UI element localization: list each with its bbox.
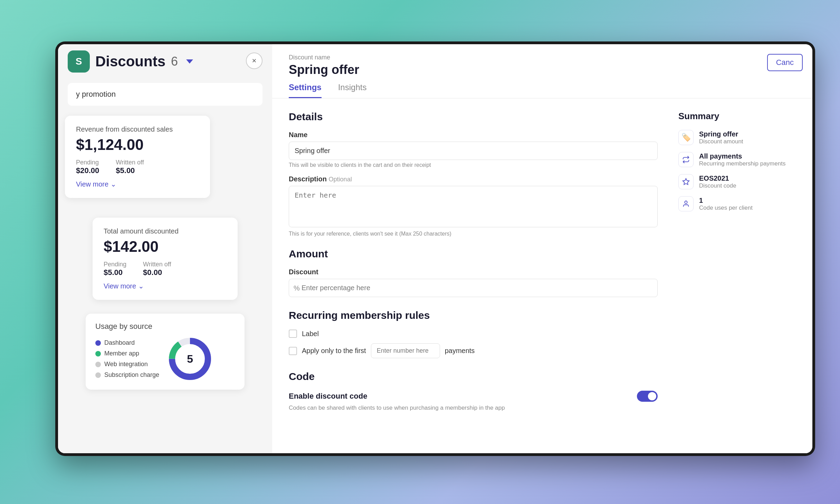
summary-item-eos2021: EOS2021 Discount code <box>678 174 796 189</box>
description-hint: This is for your reference, clients won'… <box>289 231 658 237</box>
summary-uses-sub: Code uses per client <box>699 205 753 211</box>
description-form-group: Description Optional This is for your re… <box>289 175 658 237</box>
discount-input[interactable] <box>289 279 658 297</box>
amount-section: Amount Discount % <box>289 248 658 297</box>
legend-dot-member-app <box>95 351 101 356</box>
apply-checkbox-row: Apply only to the first payments <box>289 343 658 358</box>
summary-item-code-uses-text: 1 Code uses per client <box>699 197 753 211</box>
payments-suffix: payments <box>445 347 475 355</box>
legend-dot-subscription <box>95 372 101 378</box>
revenue-card-2: Total amount discounted $142.00 Pending … <box>93 218 238 300</box>
apply-checkbox-text: Apply only to the first <box>302 347 366 355</box>
legend-dot-web <box>95 362 101 367</box>
percent-prefix-icon: % <box>294 284 300 292</box>
legend-label-subscription: Subscription charge <box>104 371 159 379</box>
toggle-check-icon: ✓ <box>651 393 656 399</box>
discount-name-value: Spring offer <box>289 63 796 77</box>
tab-insights[interactable]: Insights <box>338 83 367 98</box>
summary-spring-sub: Discount amount <box>699 138 743 145</box>
summary-repeat-icon <box>678 152 694 167</box>
summary-heading: Summary <box>678 111 796 122</box>
legend-label-web: Web integration <box>104 361 148 368</box>
revenue-card-2-title: Total amount discounted <box>104 227 227 235</box>
discounts-heading: Discounts <box>95 53 165 70</box>
tablet-frame: S Discounts 6 × y promotion Fun Fridays <box>55 41 815 456</box>
legend-label-member-app: Member app <box>104 350 139 357</box>
usage-legend: Dashboard Member app Web integration <box>95 339 159 379</box>
left-panel: S Discounts 6 × y promotion Fun Fridays <box>58 44 272 453</box>
discount-label: Discount <box>289 268 658 276</box>
name-input[interactable] <box>289 142 658 160</box>
label-checkbox[interactable] <box>289 330 297 338</box>
summary-eos-sub: Discount code <box>699 182 736 189</box>
legend-item-dashboard: Dashboard <box>95 339 159 346</box>
legend-label-dashboard: Dashboard <box>104 339 135 346</box>
dropdown-arrow-icon[interactable] <box>186 59 193 64</box>
amount-heading: Amount <box>289 248 658 260</box>
legend-dot-dashboard <box>95 340 101 346</box>
enable-code-toggle[interactable]: ✓ <box>637 391 658 402</box>
legend-item-member-app: Member app <box>95 350 159 357</box>
revenue-card-1-amount: $1,124.00 <box>76 136 199 153</box>
recurring-section: Recurring membership rules Label Apply o… <box>289 310 658 358</box>
pending-label-2: Pending <box>104 261 126 268</box>
svg-point-4 <box>685 201 687 203</box>
toggle-hint-text: Codes can be shared with clients to use … <box>289 405 658 411</box>
summary-sparkle-icon <box>678 174 694 189</box>
view-more-1[interactable]: View more ⌄ <box>76 180 199 188</box>
code-section: Code Enable discount code ✓ Codes can be… <box>289 371 658 411</box>
discounts-bar: S Discounts 6 × <box>58 44 272 79</box>
usage-card-title: Usage by source <box>95 322 235 331</box>
summary-item-code-uses: 1 Code uses per client <box>678 196 796 211</box>
left-content: S Discounts 6 × y promotion Fun Fridays <box>58 44 272 453</box>
toggle-label-text: Enable discount code <box>289 392 367 401</box>
promo-item: y promotion <box>68 83 262 106</box>
revenue-card-1-title: Revenue from discounted sales <box>76 125 199 133</box>
legend-item-web: Web integration <box>95 361 159 368</box>
detail-body: Details Name This will be visible to cli… <box>272 98 812 424</box>
written-off-label-1: Written off <box>116 159 144 166</box>
written-off-amount-2: $0.00 <box>143 268 171 277</box>
written-off-amount-1: $5.00 <box>116 166 144 175</box>
name-hint: This will be visible to clients in the c… <box>289 162 658 168</box>
tabs: Settings Insights <box>289 83 796 98</box>
description-label: Description Optional <box>289 175 658 183</box>
discounts-count: 6 <box>171 54 178 69</box>
written-off-label-2: Written off <box>143 261 171 268</box>
tablet-screen: S Discounts 6 × y promotion Fun Fridays <box>58 44 812 453</box>
pending-amount-1: $20.00 <box>76 166 99 175</box>
revenue-card-2-amount: $142.00 <box>104 238 227 255</box>
cancel-button[interactable]: Canc <box>767 54 803 71</box>
discount-name-label: Discount name <box>289 54 796 61</box>
summary-panel: Summary 🏷️ Spring offer Discount amount <box>678 111 796 411</box>
summary-item-spring-offer: 🏷️ Spring offer Discount amount <box>678 130 796 145</box>
discount-field: % <box>289 279 658 297</box>
payments-row: Apply only to the first payments <box>302 343 475 358</box>
summary-tag-icon: 🏷️ <box>678 130 694 145</box>
detail-main: Details Name This will be visible to cli… <box>289 111 678 411</box>
revenue-card-1: Revenue from discounted sales $1,124.00 … <box>65 116 210 198</box>
toggle-text: Enable discount code <box>289 392 367 401</box>
summary-eos-main: EOS2021 <box>699 174 736 182</box>
toggle-row: Enable discount code ✓ <box>289 391 658 402</box>
donut-chart: 5 <box>168 336 212 381</box>
summary-uses-main: 1 <box>699 197 753 205</box>
code-heading: Code <box>289 371 658 382</box>
apply-checkbox[interactable] <box>289 347 297 355</box>
summary-item-all-payments: All payments Recurring membership paymen… <box>678 152 796 167</box>
donut-number: 5 <box>187 353 193 365</box>
view-more-2[interactable]: View more ⌄ <box>104 282 227 290</box>
close-button[interactable]: × <box>246 53 262 69</box>
summary-item-spring-offer-text: Spring offer Discount amount <box>699 130 743 145</box>
app-logo: S <box>68 50 90 73</box>
name-form-group: Name This will be visible to clients in … <box>289 131 658 168</box>
name-label: Name <box>289 131 658 139</box>
legend-item-subscription: Subscription charge <box>95 371 159 379</box>
summary-person-icon <box>678 196 694 211</box>
payments-number-input[interactable] <box>371 343 440 358</box>
summary-item-all-payments-text: All payments Recurring membership paymen… <box>699 152 785 167</box>
description-textarea[interactable] <box>289 186 658 227</box>
tab-settings[interactable]: Settings <box>289 83 322 98</box>
svg-marker-3 <box>683 179 689 184</box>
discount-form-group: Discount % <box>289 268 658 297</box>
